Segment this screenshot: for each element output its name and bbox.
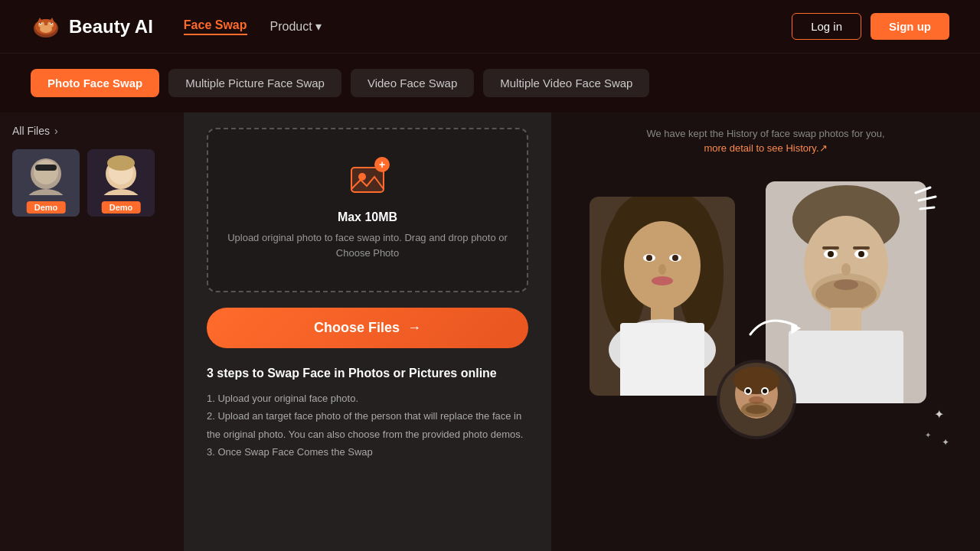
svg-point-37 — [672, 255, 678, 261]
tabs-bar: Photo Face Swap Multiple Picture Face Sw… — [0, 54, 980, 112]
svg-point-35 — [646, 255, 652, 261]
svg-point-49 — [828, 251, 834, 257]
svg-point-54 — [841, 263, 851, 276]
steps-title: 3 steps to Swap Face in Photos or Pictur… — [207, 367, 528, 380]
choose-files-button[interactable]: Choose Files → — [207, 308, 528, 348]
svg-point-22 — [107, 155, 135, 171]
tab-multiple-video-face-swap[interactable]: Multiple Video Face Swap — [483, 69, 649, 97]
history-link[interactable]: more detail to see History.↗ — [704, 142, 827, 154]
demo-svg: ✦ ✦ ✦ — [567, 174, 949, 465]
chevron-right-icon: › — [54, 125, 58, 137]
app-name: Beauty AI — [69, 16, 153, 37]
arrow-right-icon: → — [407, 320, 421, 336]
center-panel: + Max 10MB Upload original photo to face… — [184, 112, 551, 551]
upload-description: Upload original photo to face swap into.… — [224, 230, 511, 260]
svg-text:✦: ✦ — [942, 437, 949, 448]
svg-point-56 — [815, 279, 877, 310]
main-nav: Face Swap Product ▾ — [184, 18, 792, 35]
svg-point-69 — [741, 402, 772, 417]
signup-button[interactable]: Sign up — [871, 13, 949, 40]
svg-point-66 — [763, 389, 767, 393]
svg-rect-42 — [620, 323, 704, 399]
demo-badge-2: Demo — [102, 201, 141, 214]
header-buttons: Log in Sign up — [792, 13, 949, 40]
svg-point-25 — [358, 173, 366, 181]
upload-plus-icon: + — [374, 157, 390, 172]
svg-point-38 — [658, 264, 666, 275]
demo-thumb-1[interactable]: Demo — [12, 149, 80, 217]
svg-point-62 — [733, 367, 779, 394]
svg-point-15 — [34, 160, 58, 184]
svg-rect-58 — [789, 331, 903, 407]
upload-area[interactable]: + Max 10MB Upload original photo to face… — [207, 128, 528, 292]
step-3: 3. Once Swap Face Comes the Swap — [207, 443, 528, 461]
nav-product[interactable]: Product ▾ — [270, 19, 322, 34]
tab-multiple-picture-face-swap[interactable]: Multiple Picture Face Swap — [168, 69, 341, 97]
svg-rect-16 — [35, 165, 57, 171]
svg-point-39 — [652, 276, 673, 285]
demo-badge-1: Demo — [27, 201, 66, 214]
chevron-down-icon: ▾ — [315, 19, 322, 34]
logo-icon — [31, 11, 61, 42]
nav-face-swap[interactable]: Face Swap — [184, 18, 247, 35]
demo-thumbnails: Demo Demo — [12, 149, 172, 217]
upload-max-size: Max 10MB — [224, 210, 511, 224]
login-button[interactable]: Log in — [792, 13, 861, 40]
svg-rect-53 — [853, 246, 870, 249]
upload-icon-wrap: + — [348, 160, 387, 201]
svg-text:✦: ✦ — [925, 431, 931, 439]
step-1: 1. Upload your original face photo. — [207, 390, 528, 407]
steps-list: 1. Upload your original face photo. 2. U… — [207, 390, 528, 461]
svg-text:✦: ✦ — [934, 408, 944, 421]
tab-video-face-swap[interactable]: Video Face Swap — [351, 69, 474, 97]
right-panel: We have kept the History of face swap ph… — [551, 112, 980, 551]
face-swap-illustration: ✦ ✦ ✦ — [567, 174, 965, 465]
step-2: 2. Upload an target face photo of the pe… — [207, 407, 528, 443]
svg-line-73 — [920, 207, 934, 209]
svg-rect-57 — [831, 308, 861, 334]
demo-thumb-2[interactable]: Demo — [87, 149, 155, 217]
tab-photo-face-swap[interactable]: Photo Face Swap — [31, 69, 159, 97]
svg-point-4 — [40, 25, 52, 33]
svg-point-64 — [746, 389, 750, 393]
left-sidebar: All Files › Demo — [0, 112, 184, 551]
all-files-link[interactable]: All Files › — [12, 125, 172, 137]
svg-rect-52 — [822, 246, 839, 249]
main-content: All Files › Demo — [0, 112, 980, 551]
logo[interactable]: Beauty AI — [31, 11, 153, 42]
svg-point-51 — [858, 251, 864, 257]
history-text: We have kept the History of face swap ph… — [646, 128, 884, 139]
